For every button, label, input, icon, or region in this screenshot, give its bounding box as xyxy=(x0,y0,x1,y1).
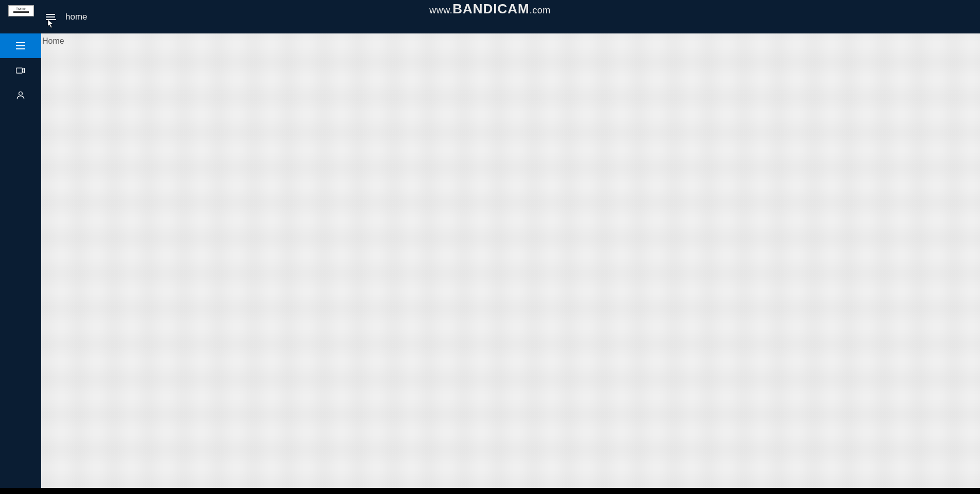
sidebar-item-menu[interactable] xyxy=(0,33,41,58)
page-heading: Home xyxy=(42,37,980,46)
hamburger-icon xyxy=(16,42,25,49)
bottom-strip xyxy=(0,488,980,494)
thumbnail-label: home xyxy=(16,7,26,10)
sidebar-item-video[interactable] xyxy=(0,58,41,83)
content-area: Home xyxy=(41,33,980,488)
window-thumbnail[interactable]: home xyxy=(8,5,34,16)
video-camera-icon xyxy=(15,65,26,76)
sidebar xyxy=(0,33,41,488)
sidebar-item-user[interactable] xyxy=(0,83,41,108)
header-menu-button[interactable] xyxy=(46,14,55,20)
svg-point-1 xyxy=(19,92,23,95)
app-window: home home www.BANDICAM.com xyxy=(0,0,980,488)
body-row: Home xyxy=(0,33,980,488)
watermark: www.BANDICAM.com xyxy=(429,1,551,17)
title-bar: home home www.BANDICAM.com xyxy=(0,0,980,33)
svg-rect-0 xyxy=(16,68,23,73)
app-title: home xyxy=(65,12,87,22)
person-icon xyxy=(15,90,26,100)
